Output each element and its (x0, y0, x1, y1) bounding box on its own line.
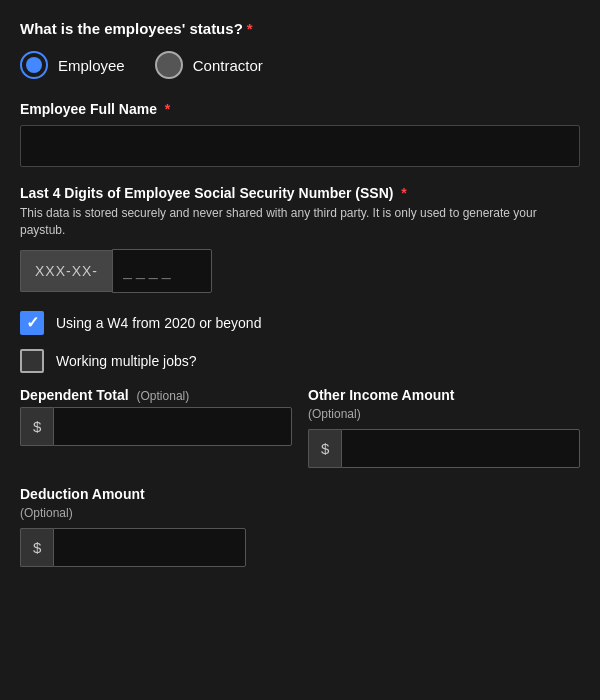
dependent-total-col: Dependent Total (Optional) $ (20, 387, 292, 468)
deduction-amount-input-wrap: $ (20, 528, 220, 567)
other-income-label: Other Income Amount (308, 387, 580, 403)
contractor-radio-label: Contractor (193, 57, 263, 74)
multiple-jobs-checkbox-label: Working multiple jobs? (56, 353, 197, 369)
dependent-total-label: Dependent Total (Optional) (20, 387, 292, 403)
required-star-status: * (247, 20, 253, 37)
ssn-prefix: XXX-XX- (20, 250, 112, 292)
other-income-input[interactable] (341, 429, 580, 468)
status-question-section: What is the employees' status?* Employee… (20, 20, 580, 79)
full-name-label: Employee Full Name * (20, 101, 580, 117)
dependent-other-income-row: Dependent Total (Optional) $ Other Incom… (20, 387, 580, 468)
other-income-input-wrap: $ (308, 429, 580, 468)
full-name-section: Employee Full Name * (20, 101, 580, 167)
w4-checkbox-row[interactable]: Using a W4 from 2020 or beyond (20, 311, 580, 335)
status-question-label: What is the employees' status?* (20, 20, 580, 37)
status-question-text: What is the employees' status? (20, 20, 243, 37)
multiple-jobs-checkbox-row[interactable]: Working multiple jobs? (20, 349, 580, 373)
employee-status-radio-group: Employee Contractor (20, 51, 580, 79)
deduction-optional: (Optional) (20, 506, 580, 520)
deduction-amount-section: Deduction Amount (Optional) $ (20, 486, 580, 567)
multiple-jobs-checkbox[interactable] (20, 349, 44, 373)
dependent-dollar-sign: $ (20, 407, 53, 446)
employee-radio-circle[interactable] (20, 51, 48, 79)
ssn-label: Last 4 Digits of Employee Social Securit… (20, 185, 580, 201)
other-income-optional: (Optional) (308, 407, 580, 421)
deduction-amount-label: Deduction Amount (20, 486, 580, 502)
employee-radio-option[interactable]: Employee (20, 51, 125, 79)
required-star-name: * (161, 101, 170, 117)
w4-checkbox[interactable] (20, 311, 44, 335)
ssn-disclaimer: This data is stored securely and never s… (20, 205, 580, 239)
dependent-optional: (Optional) (137, 389, 190, 403)
ssn-section: Last 4 Digits of Employee Social Securit… (20, 185, 580, 293)
other-income-col: Other Income Amount (Optional) $ (308, 387, 580, 468)
dependent-total-input[interactable] (53, 407, 292, 446)
ssn-input-row: XXX-XX- (20, 249, 580, 293)
dependent-total-input-wrap: $ (20, 407, 292, 446)
full-name-input[interactable] (20, 125, 580, 167)
other-income-dollar-sign: $ (308, 429, 341, 468)
deduction-dollar-sign: $ (20, 528, 53, 567)
deduction-amount-input[interactable] (53, 528, 246, 567)
employee-radio-label: Employee (58, 57, 125, 74)
required-star-ssn: * (397, 185, 406, 201)
contractor-radio-option[interactable]: Contractor (155, 51, 263, 79)
w4-checkbox-label: Using a W4 from 2020 or beyond (56, 315, 261, 331)
ssn-last4-input[interactable] (112, 249, 212, 293)
contractor-radio-circle[interactable] (155, 51, 183, 79)
